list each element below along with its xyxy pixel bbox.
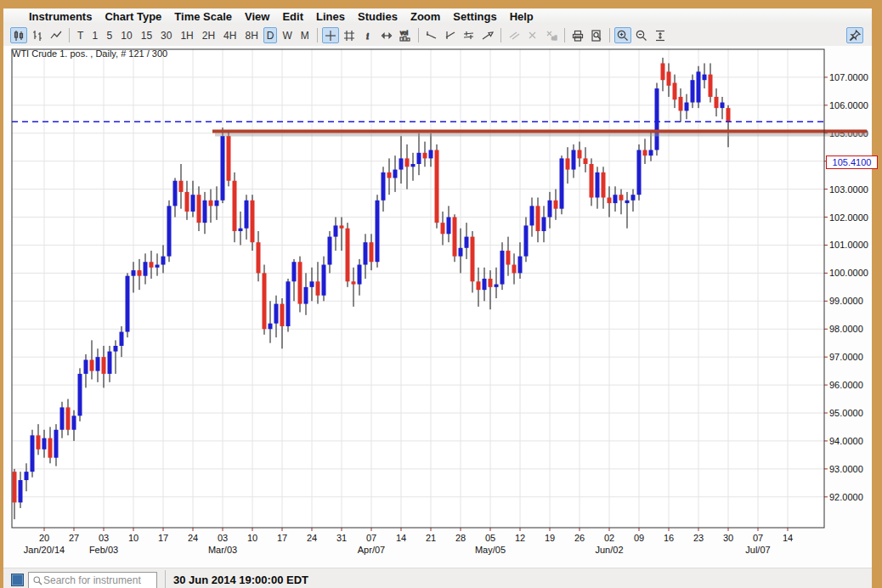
svg-text:30: 30: [723, 533, 733, 543]
print-preview-button[interactable]: [588, 27, 605, 43]
grid-button[interactable]: [341, 27, 358, 43]
menu-settings[interactable]: Settings: [453, 10, 496, 23]
toolbar-group: T151015301H2H4H8HDWM: [74, 27, 313, 43]
svg-text:02: 02: [604, 533, 614, 543]
svg-text:16: 16: [664, 533, 674, 543]
zoom-in-button[interactable]: [614, 27, 631, 43]
timeframe-10-button[interactable]: 10: [117, 27, 135, 43]
chart-region[interactable]: 92.000093.000094.000095.000096.000097.00…: [3, 46, 872, 568]
print-button[interactable]: [569, 27, 586, 43]
svg-text:24: 24: [307, 533, 317, 543]
svg-text:28: 28: [455, 533, 466, 543]
fit-vertical-button[interactable]: [652, 27, 669, 43]
search-input[interactable]: [43, 574, 145, 586]
ohlc-bars-icon: [31, 29, 44, 42]
menu-studies[interactable]: Studies: [358, 10, 398, 23]
arrow-ray-button[interactable]: [479, 27, 496, 43]
svg-text:Jan/20/14: Jan/20/14: [24, 545, 65, 555]
zoom-in-icon: [616, 29, 630, 42]
toolbar-group: all: [506, 27, 560, 43]
parallel-lines-icon: [507, 29, 521, 42]
trading-app-window: { "menu": { "items": ["Instruments","Cha…: [0, 0, 882, 588]
line-chart-button[interactable]: [48, 27, 65, 43]
candlestick-chart-button[interactable]: [10, 27, 27, 43]
trend-line-icon: [425, 29, 438, 42]
horizontal-scale-button[interactable]: [378, 27, 395, 43]
volume-icon: vol: [399, 29, 412, 42]
timeframe-1h-button[interactable]: 1H: [177, 27, 196, 43]
menu-edit[interactable]: Edit: [282, 10, 303, 23]
delete-line-button[interactable]: [524, 27, 541, 43]
svg-text:May/05: May/05: [475, 545, 506, 555]
timeframe-15-button[interactable]: 15: [138, 27, 155, 43]
svg-text:92.0000: 92.0000: [829, 492, 863, 502]
toolbar-separator: [69, 28, 70, 42]
svg-text:17: 17: [158, 533, 168, 543]
svg-text:96.0000: 96.0000: [829, 380, 863, 390]
timeframe-1-button[interactable]: 1: [88, 27, 101, 43]
menu-chart-type[interactable]: Chart Type: [105, 10, 161, 23]
pin-window-button[interactable]: [846, 27, 863, 43]
timeframe-30-button[interactable]: 30: [157, 27, 175, 43]
pin-window-icon: [848, 29, 862, 42]
timeframe-5-button[interactable]: 5: [103, 27, 116, 43]
svg-text:94.0000: 94.0000: [829, 436, 863, 446]
svg-text:all: all: [551, 35, 557, 41]
toolbar-group: [10, 27, 65, 43]
parallel-lines-button[interactable]: [506, 27, 523, 43]
svg-text:100.0000: 100.0000: [829, 268, 868, 278]
parallel-channel-button[interactable]: [461, 27, 478, 43]
horizontal-scale-icon: [380, 29, 393, 42]
crosshair-button[interactable]: [322, 27, 339, 43]
menu-zoom[interactable]: Zoom: [410, 10, 440, 23]
svg-text:07: 07: [753, 533, 763, 543]
info-button[interactable]: i: [359, 27, 376, 43]
delete-all-lines-button[interactable]: all: [543, 27, 560, 43]
menu-time-scale[interactable]: Time Scale: [174, 10, 232, 23]
svg-text:10: 10: [128, 533, 139, 543]
menu-instruments[interactable]: Instruments: [29, 10, 92, 23]
timeframe-8h-button[interactable]: 8H: [241, 27, 261, 43]
timeframe-2h-button[interactable]: 2H: [199, 27, 218, 43]
chart-timestamp: 30 Jun 2014 19:00:00 EDT: [173, 574, 308, 586]
toolbar-separator: [418, 28, 419, 42]
menu-view[interactable]: View: [245, 10, 269, 23]
arrow-ray-icon: [481, 29, 495, 42]
timeframe-4h-button[interactable]: 4H: [220, 27, 240, 43]
svg-text:31: 31: [336, 533, 347, 543]
svg-text:27: 27: [69, 533, 79, 543]
toolbar-separator: [500, 28, 501, 42]
svg-text:10: 10: [247, 533, 257, 543]
toolbar-group: [569, 27, 605, 43]
grid-icon: [342, 29, 356, 42]
toolbar-separator: [564, 28, 565, 42]
menu-bar: InstrumentsChart TypeTime ScaleViewEditL…: [3, 8, 872, 25]
instrument-link-icon[interactable]: [11, 574, 24, 586]
toolbar-separator: [317, 28, 318, 42]
timeframe-m-button[interactable]: M: [297, 27, 313, 43]
svg-text:99.0000: 99.0000: [829, 296, 863, 306]
svg-text:i: i: [366, 31, 369, 41]
timeframe-t-button[interactable]: T: [74, 27, 87, 43]
timeframe-d-button[interactable]: D: [263, 27, 278, 43]
ohlc-bars-button[interactable]: [29, 27, 46, 43]
svg-text:19: 19: [545, 533, 555, 543]
menu-lines[interactable]: Lines: [316, 10, 345, 23]
timeframe-w-button[interactable]: W: [279, 27, 295, 43]
zoom-out-button[interactable]: [633, 27, 650, 43]
volume-button[interactable]: vol: [397, 27, 414, 43]
toolbar-group: [423, 27, 496, 43]
svg-text:14: 14: [783, 533, 793, 543]
extended-line-button[interactable]: [442, 27, 459, 43]
delete-line-icon: [526, 29, 540, 42]
crosshair-icon: [324, 29, 337, 42]
search-box[interactable]: [28, 572, 157, 588]
menu-help[interactable]: Help: [510, 10, 534, 23]
info-icon: i: [361, 29, 375, 42]
svg-text:24: 24: [188, 533, 198, 543]
trend-line-button[interactable]: [423, 27, 440, 43]
print-icon: [571, 29, 585, 42]
svg-text:vol: vol: [400, 30, 408, 36]
status-bar: 30 Jun 2014 19:00:00 EDT: [3, 568, 872, 588]
price-chart[interactable]: 92.000093.000094.000095.000096.000097.00…: [3, 46, 879, 568]
